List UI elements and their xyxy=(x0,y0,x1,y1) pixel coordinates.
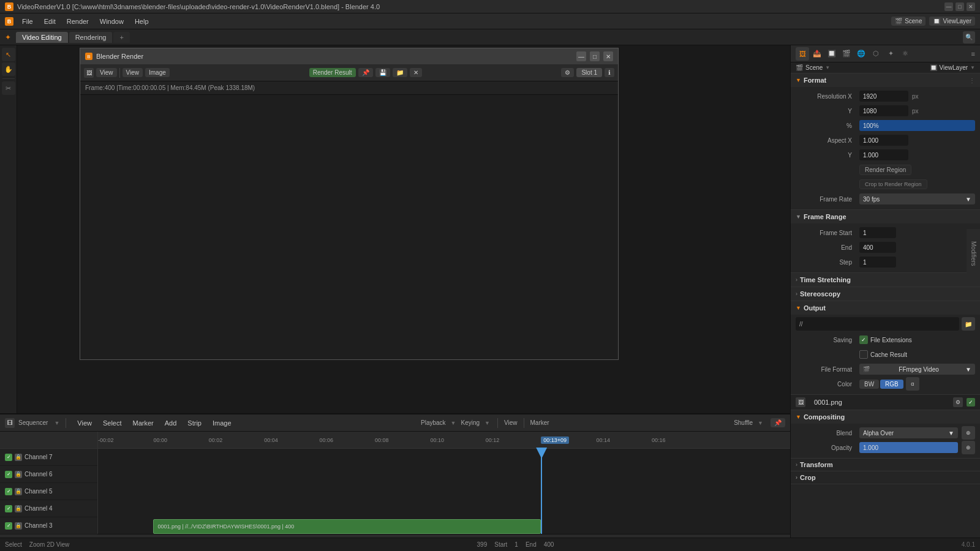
opacity-extra-btn[interactable]: ⊕ xyxy=(962,441,975,454)
cache-result-checkbox[interactable] xyxy=(859,350,868,359)
ch4-check[interactable]: ✓ xyxy=(5,505,12,512)
file-use-checkbox[interactable]: ✓ xyxy=(967,398,975,407)
resolution-y-field[interactable]: 1080 xyxy=(859,105,908,116)
render-win-maximize[interactable]: □ xyxy=(590,51,600,61)
viewlayer-selector[interactable]: 🔲 ViewLayer xyxy=(929,17,975,26)
render-image-btn[interactable]: Image xyxy=(145,68,170,77)
tool-move[interactable]: ✋ xyxy=(2,62,15,76)
slot-display[interactable]: Slot 1 xyxy=(576,68,602,77)
menu-help[interactable]: Help xyxy=(130,17,154,26)
menu-render[interactable]: Render xyxy=(62,17,94,26)
menu-file[interactable]: File xyxy=(17,17,38,26)
file-format-dropdown[interactable]: 🎬 FFmpeg Video ▼ xyxy=(859,364,975,375)
pin-btn[interactable]: 📌 xyxy=(358,68,373,77)
output-header[interactable]: ▼ Output xyxy=(791,301,980,315)
ch7-lock[interactable]: 🔒 xyxy=(15,454,22,461)
ch3-lock[interactable]: 🔒 xyxy=(15,522,22,530)
scene-selector-panel[interactable]: 🎬 Scene ▼ xyxy=(796,64,830,71)
prop-tab-particles[interactable]: ✦ xyxy=(884,47,897,61)
seq-menu-add[interactable]: Add xyxy=(160,418,182,428)
prop-tab-scene[interactable]: 🎬 xyxy=(840,47,853,61)
render-region-btn[interactable]: Render Region xyxy=(859,165,911,175)
opacity-field[interactable]: 1.000 xyxy=(859,442,958,453)
frame-start-field[interactable]: 1 xyxy=(859,227,896,238)
seq-marker[interactable]: Marker xyxy=(530,419,549,426)
save-btn-render[interactable]: 💾 xyxy=(375,68,390,77)
render-view-btn2[interactable]: View xyxy=(123,68,143,77)
seq-playback[interactable]: Playback xyxy=(421,419,446,426)
scene-selector[interactable]: 🎬 Scene xyxy=(891,17,925,26)
alpha-btn[interactable]: α xyxy=(906,377,919,391)
ch7-check[interactable]: ✓ xyxy=(5,454,12,461)
ch6-check[interactable]: ✓ xyxy=(5,471,12,478)
color-rgb-btn[interactable]: RGB xyxy=(880,380,903,389)
maximize-btn[interactable]: □ xyxy=(956,2,964,11)
path-browse-btn[interactable]: 📁 xyxy=(962,317,975,331)
prop-tab-physics[interactable]: ⚛ xyxy=(899,47,912,61)
tool-blade[interactable]: ✂ xyxy=(2,81,15,95)
frame-range-header[interactable]: ▼ Frame Range xyxy=(791,210,980,223)
render-info-btn[interactable]: ℹ xyxy=(605,68,614,77)
modifiers-tab[interactable]: Modifiers xyxy=(967,229,980,278)
seq-menu-view[interactable]: View xyxy=(72,418,97,428)
render-settings-btn[interactable]: ⚙ xyxy=(561,68,574,77)
seq-view[interactable]: View xyxy=(504,419,518,426)
blend-dropdown[interactable]: Alpha Over ▼ xyxy=(859,427,958,438)
render-window-titlebar[interactable]: B Blender Render — □ ✕ xyxy=(80,48,618,64)
ch5-check[interactable]: ✓ xyxy=(5,488,12,495)
time-stretching-header[interactable]: › Time Stretching xyxy=(791,273,980,287)
aspect-x-field[interactable]: 1.000 xyxy=(859,135,908,146)
seq-menu-marker[interactable]: Marker xyxy=(128,418,159,428)
seq-shuffle[interactable]: Shuffle xyxy=(734,419,753,426)
frame-rate-dropdown[interactable]: 30 fps ▼ xyxy=(859,193,975,204)
stereoscopy-header[interactable]: › Stereoscopy xyxy=(791,287,980,301)
add-workspace-tab[interactable]: + xyxy=(113,32,129,43)
format-section-header[interactable]: ▼ Format ⋮ xyxy=(791,73,980,87)
file-settings-icon[interactable]: ⚙ xyxy=(953,397,963,407)
menu-window[interactable]: Window xyxy=(95,17,129,26)
crop-render-btn[interactable]: Crop to Render Region xyxy=(859,179,927,189)
ch6-lock[interactable]: 🔒 xyxy=(15,471,22,478)
transform-header[interactable]: › Transform xyxy=(791,459,980,471)
seq-menu-strip[interactable]: Strip xyxy=(183,418,206,428)
menu-edit[interactable]: Edit xyxy=(39,17,61,26)
tab-rendering[interactable]: Rendering xyxy=(69,32,113,43)
aspect-y-field[interactable]: 1.000 xyxy=(859,149,908,160)
prop-tab-render[interactable]: 🖼 xyxy=(796,47,809,61)
format-menu-icon[interactable]: ⋮ xyxy=(969,77,975,84)
seq-keying[interactable]: Keying xyxy=(461,419,480,426)
render-win-close[interactable]: ✕ xyxy=(603,51,613,61)
playhead[interactable] xyxy=(541,449,542,534)
prop-tab-object[interactable]: ⬡ xyxy=(869,47,883,61)
tool-select[interactable]: ↖ xyxy=(2,48,15,61)
ch3-check[interactable]: ✓ xyxy=(5,522,12,530)
frame-step-field[interactable]: 1 xyxy=(859,257,896,268)
timeline-content[interactable]: 0001.png | //../VIDZ\BIRTHDAYWISHES\0001… xyxy=(98,449,790,534)
render-result-btn[interactable]: Render Result xyxy=(309,68,356,77)
crop-header[interactable]: › Crop xyxy=(791,471,980,484)
viewlayer-selector-panel[interactable]: 🔲 ViewLayer ▼ xyxy=(930,64,975,71)
blend-extra-btn[interactable]: ⊕ xyxy=(962,426,975,440)
compositing-header[interactable]: ▼ Compositing xyxy=(791,410,980,424)
seq-menu-select[interactable]: Select xyxy=(98,418,127,428)
panel-options-btn[interactable]: ≡ xyxy=(971,50,975,58)
tab-video-editing[interactable]: Video Editing xyxy=(16,32,68,43)
color-bw-btn[interactable]: BW xyxy=(859,380,879,389)
global-search-icon[interactable]: 🔍 xyxy=(963,31,975,43)
seq-dropdown[interactable]: ▼ xyxy=(54,420,59,426)
seq-pin-btn[interactable]: 📌 xyxy=(771,418,785,427)
render-view-btn1[interactable]: View xyxy=(96,68,117,77)
close-render-result[interactable]: ✕ xyxy=(410,68,422,77)
channel-1-strip[interactable]: 0001.png | //../VIDZ\BIRTHDAYWISHES\0001… xyxy=(153,519,541,534)
percent-field[interactable]: 100% xyxy=(859,120,975,131)
prop-tab-world[interactable]: 🌐 xyxy=(854,47,868,61)
prop-tab-view[interactable]: 🔲 xyxy=(825,47,839,61)
prop-tab-output[interactable]: 📤 xyxy=(810,47,824,61)
timeline-ruler[interactable]: -00:02 00:00 00:02 00:04 00:06 00:08 00:… xyxy=(98,432,790,449)
file-extensions-checkbox[interactable]: ✓ xyxy=(859,335,868,344)
seq-menu-image[interactable]: Image xyxy=(208,418,236,428)
resolution-x-field[interactable]: 1920 xyxy=(859,91,908,102)
ch5-lock[interactable]: 🔒 xyxy=(15,488,22,495)
folder-btn-render[interactable]: 📁 xyxy=(393,68,407,77)
frame-end-field[interactable]: 400 xyxy=(859,242,896,253)
